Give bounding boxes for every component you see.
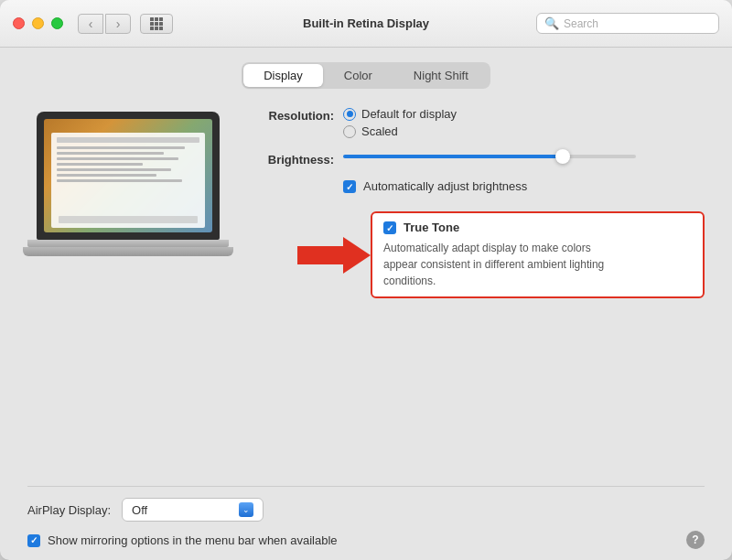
airplay-row: AirPlay Display: Off ⌄ <box>27 498 705 522</box>
auto-brightness-checkbox-row: ✓ Automatically adjust brightness <box>343 179 527 193</box>
true-tone-box: ✓ True Tone Automatically adapt display … <box>371 211 705 298</box>
screen-taskbar <box>59 216 198 223</box>
text-line-3 <box>57 157 178 160</box>
search-icon: 🔍 <box>544 16 559 30</box>
laptop-top <box>37 112 220 240</box>
true-tone-checkbox[interactable]: ✓ <box>383 221 396 234</box>
dropdown-arrow-icon: ⌄ <box>239 502 253 517</box>
grid-view-button[interactable] <box>140 14 173 34</box>
back-icon: ‹ <box>89 16 93 31</box>
tab-group: Display Color Night Shift <box>242 62 490 89</box>
laptop-chassis <box>23 247 233 256</box>
resolution-default-label: Default for display <box>361 107 457 121</box>
true-tone-title: True Tone <box>404 221 459 234</box>
text-line-2 <box>57 152 164 155</box>
tabs-container: Display Color Night Shift <box>27 62 705 89</box>
true-tone-header: ✓ True Tone <box>383 221 692 234</box>
laptop-thumbnail <box>27 112 229 486</box>
nav-buttons: ‹ › <box>78 14 131 34</box>
resolution-scaled-option[interactable]: Scaled <box>343 124 457 138</box>
text-line-1 <box>57 146 185 149</box>
brightness-label: Brightness: <box>247 151 334 167</box>
tab-display[interactable]: Display <box>243 64 323 87</box>
minimize-button[interactable] <box>32 17 44 29</box>
mirroring-row: ✓ Show mirroring options in the menu bar… <box>27 533 338 547</box>
resolution-scaled-label: Scaled <box>361 124 398 138</box>
screen-overlay <box>51 133 205 228</box>
system-preferences-window: ‹ › Built-in Retina Display 🔍 Display Co <box>0 0 732 560</box>
brightness-slider-track[interactable] <box>343 155 636 158</box>
auto-brightness-row: ✓ Automatically adjust brightness <box>343 179 705 193</box>
help-button[interactable]: ? <box>686 531 705 549</box>
auto-brightness-checkbox[interactable]: ✓ <box>343 180 356 193</box>
resolution-label: Resolution: <box>247 107 334 123</box>
resolution-control: Default for display Scaled <box>343 107 457 138</box>
content-area: Display Color Night Shift <box>0 48 732 560</box>
check-icon-true-tone: ✓ <box>386 223 393 233</box>
search-box[interactable]: 🔍 <box>536 13 719 34</box>
red-arrow-icon <box>297 233 371 277</box>
forward-button[interactable]: › <box>105 14 131 34</box>
true-tone-section: ✓ True Tone Automatically adapt display … <box>297 211 705 298</box>
forward-icon: › <box>116 16 121 31</box>
check-icon-mirroring: ✓ <box>30 535 38 545</box>
laptop-hinge <box>27 240 229 247</box>
check-icon: ✓ <box>346 182 353 192</box>
text-line-7 <box>57 179 182 182</box>
radio-inner <box>347 111 353 117</box>
airplay-value: Off <box>132 503 147 517</box>
auto-brightness-label: Automatically adjust brightness <box>363 179 527 193</box>
text-line-4 <box>57 163 143 166</box>
airplay-label: AirPlay Display: <box>27 503 111 517</box>
back-button[interactable]: ‹ <box>78 14 103 34</box>
text-line-6 <box>57 174 156 177</box>
resolution-scaled-radio[interactable] <box>343 125 356 138</box>
settings-panel: Resolution: Default for display Scaled <box>247 107 705 486</box>
text-line-5 <box>57 168 171 171</box>
airplay-dropdown[interactable]: Off ⌄ <box>122 498 264 522</box>
resolution-default-option[interactable]: Default for display <box>343 107 457 121</box>
brightness-slider-thumb[interactable] <box>555 149 570 164</box>
bottom-bar: AirPlay Display: Off ⌄ ✓ Show mirroring … <box>27 486 705 549</box>
screen-bg <box>44 119 212 232</box>
tab-night-shift[interactable]: Night Shift <box>393 64 489 87</box>
mid-section: Resolution: Default for display Scaled <box>27 107 705 486</box>
titlebar: ‹ › Built-in Retina Display 🔍 <box>0 0 732 48</box>
svg-marker-0 <box>297 237 371 274</box>
window-title: Built-in Retina Display <box>303 16 429 30</box>
close-button[interactable] <box>13 17 25 29</box>
bottom-row: ✓ Show mirroring options in the menu bar… <box>27 531 705 549</box>
resolution-default-radio[interactable] <box>343 108 356 121</box>
tab-color[interactable]: Color <box>324 64 393 87</box>
traffic-lights <box>13 17 63 29</box>
true-tone-description: Automatically adapt display to make colo… <box>383 240 621 289</box>
resolution-row: Resolution: Default for display Scaled <box>247 107 705 138</box>
grid-icon <box>150 17 163 30</box>
screen-toolbar <box>57 137 199 143</box>
maximize-button[interactable] <box>51 17 63 29</box>
brightness-row: Brightness: <box>247 151 705 167</box>
mirroring-label: Show mirroring options in the menu bar w… <box>48 533 338 547</box>
search-input[interactable] <box>564 17 711 30</box>
mirroring-checkbox[interactable]: ✓ <box>27 534 40 547</box>
